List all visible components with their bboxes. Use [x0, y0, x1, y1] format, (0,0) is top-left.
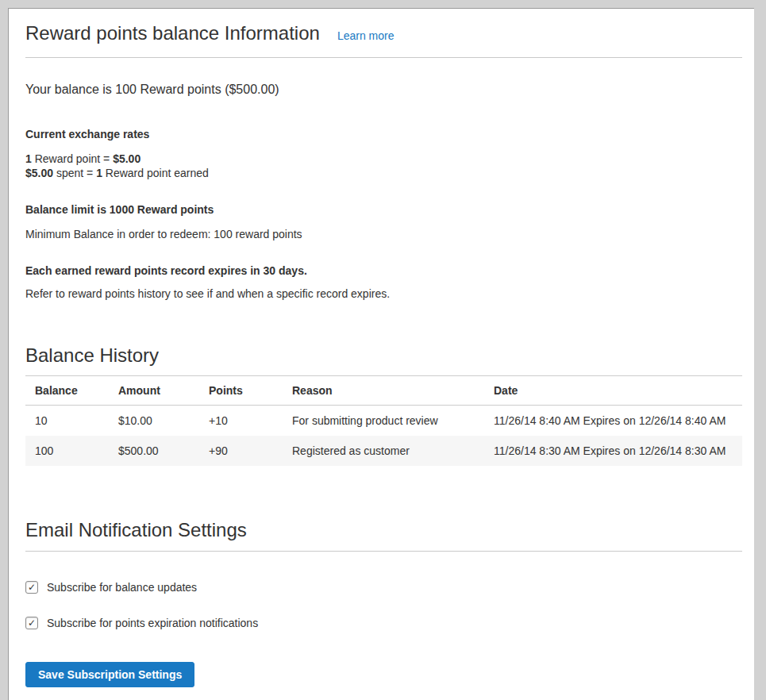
cell-date: 11/26/14 8:40 AM Expires on 12/26/14 8:4… [484, 406, 742, 437]
exchange-rates-heading: Current exchange rates [25, 127, 742, 141]
expiry-notice: Each earned reward points record expires… [25, 263, 742, 278]
exchange-rates: 1 Reward point = $5.00 $5.00 spent = 1 R… [25, 152, 742, 180]
rate-line-1: 1 Reward point = $5.00 [25, 152, 140, 165]
table-header-row: Balance Amount Points Reason Date [25, 376, 742, 406]
cell-date: 11/26/14 8:30 AM Expires on 12/26/14 8:3… [484, 436, 742, 466]
cell-amount: $500.00 [109, 436, 199, 466]
subscribe-expiration-option: Subscribe for points expiration notifica… [25, 617, 742, 629]
rate-line-2: $5.00 spent = 1 Reward point earned [25, 167, 209, 179]
minimum-redeem: Minimum Balance in order to redeem: 100 … [25, 227, 742, 241]
balance-history-table: Balance Amount Points Reason Date 10 $10… [25, 375, 742, 466]
cell-amount: $10.00 [109, 406, 199, 437]
column-header-points: Points [199, 376, 283, 406]
table-row: 100 $500.00 +90 Registered as customer 1… [25, 436, 742, 466]
column-header-date: Date [484, 376, 742, 406]
subscribe-balance-option: Subscribe for balance updates [25, 581, 742, 594]
cell-balance: 10 [25, 406, 109, 437]
email-notification-title: Email Notification Settings [25, 517, 742, 544]
subscribe-balance-checkbox[interactable] [25, 581, 38, 594]
balance-history-title: Balance History [25, 342, 742, 369]
expiry-note: Refer to reward points history to see if… [25, 287, 742, 301]
column-header-balance: Balance [25, 376, 109, 406]
table-row: 10 $10.00 +10 For submitting product rev… [25, 406, 742, 437]
learn-more-link[interactable]: Learn more [337, 29, 395, 42]
reward-points-panel: Reward points balance Information Learn … [8, 8, 754, 700]
column-header-reason: Reason [283, 376, 484, 406]
page-title: Reward points balance Information [25, 20, 320, 47]
cell-reason: For submitting product review [283, 406, 484, 437]
page-header: Reward points balance Information Learn … [25, 20, 742, 47]
subscribe-expiration-label[interactable]: Subscribe for points expiration notifica… [47, 617, 258, 629]
email-section-divider [25, 551, 742, 552]
cell-reason: Registered as customer [283, 436, 484, 466]
cell-points: +90 [199, 436, 283, 466]
column-header-amount: Amount [109, 376, 199, 406]
header-divider [25, 57, 742, 58]
balance-limit: Balance limit is 1000 Reward points [25, 202, 742, 217]
subscribe-expiration-checkbox[interactable] [25, 617, 38, 629]
balance-summary: Your balance is 100 Reward points ($500.… [25, 81, 742, 98]
cell-points: +10 [199, 406, 283, 437]
cell-balance: 100 [25, 436, 109, 466]
save-subscription-button[interactable]: Save Subscription Settings [25, 662, 194, 687]
subscribe-balance-label[interactable]: Subscribe for balance updates [47, 581, 197, 594]
